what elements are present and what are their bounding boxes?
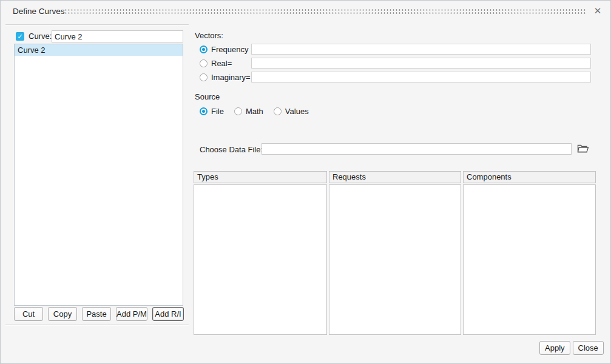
source-options: File Math Values <box>200 107 309 116</box>
close-icon[interactable]: ✕ <box>592 5 603 16</box>
math-radio[interactable] <box>234 107 242 115</box>
curve-list[interactable]: Curve 2 <box>14 44 183 306</box>
math-radio-label[interactable]: Math <box>246 107 263 116</box>
imaginary-radio-label[interactable]: Imaginary= <box>211 73 251 82</box>
close-button[interactable]: Close <box>573 341 604 355</box>
real-radio-label[interactable]: Real= <box>211 59 232 68</box>
drag-handle-dots-icon[interactable] <box>64 8 586 15</box>
file-radio[interactable] <box>200 107 208 115</box>
vector-row-imaginary: Imaginary= <box>200 73 251 82</box>
vector-row-frequency: Frequency <box>200 45 248 54</box>
check-icon: ✓ <box>17 33 22 40</box>
frequency-radio-label[interactable]: Frequency <box>211 45 248 54</box>
vector-row-real: Real= <box>200 59 232 68</box>
choose-data-file-label: Choose Data File: <box>200 145 263 154</box>
add-ri-button[interactable]: Add R/I <box>152 307 184 321</box>
imaginary-radio[interactable] <box>200 73 208 81</box>
curve-name-input[interactable] <box>52 30 183 42</box>
define-curves-dialog: Define Curves ✕ ✓ Curve: Curve 2 Cut Cop… <box>0 0 611 364</box>
left-panel-bottom-divider <box>5 325 189 326</box>
titlebar: Define Curves ✕ <box>1 1 610 22</box>
vectors-label: Vectors: <box>195 31 223 40</box>
curve-checkbox[interactable]: ✓ <box>16 32 24 41</box>
curve-name-row: ✓ Curve: <box>16 32 52 41</box>
values-radio-label[interactable]: Values <box>285 107 309 116</box>
values-radio[interactable] <box>274 107 282 115</box>
dialog-title: Define Curves <box>13 7 65 16</box>
requests-list[interactable] <box>329 184 461 335</box>
left-panel-top-divider <box>5 24 189 25</box>
components-list[interactable] <box>463 184 596 335</box>
copy-button[interactable]: Copy <box>48 307 77 321</box>
add-pm-button[interactable]: Add P/M <box>116 307 147 321</box>
file-radio-label[interactable]: File <box>211 107 224 116</box>
imaginary-vector-input[interactable] <box>251 72 591 83</box>
curve-list-item[interactable]: Curve 2 <box>15 44 183 56</box>
paste-button[interactable]: Paste <box>82 307 111 321</box>
frequency-vector-input[interactable] <box>251 44 591 55</box>
data-file-input[interactable] <box>262 143 572 155</box>
components-list-header: Components <box>463 171 596 183</box>
open-folder-icon[interactable] <box>576 143 589 155</box>
source-label: Source <box>195 92 220 101</box>
types-list-header: Types <box>194 171 327 183</box>
real-radio[interactable] <box>200 59 208 67</box>
footer-actions: Apply Close <box>539 341 604 355</box>
curve-actions: Cut Copy Paste Add P/M Add R/I <box>14 307 184 321</box>
frequency-radio[interactable] <box>200 46 208 53</box>
types-list[interactable] <box>194 184 327 335</box>
real-vector-input[interactable] <box>251 58 591 69</box>
requests-list-header: Requests <box>329 171 461 183</box>
cut-button[interactable]: Cut <box>14 307 43 321</box>
curve-label: Curve: <box>29 32 52 41</box>
apply-button[interactable]: Apply <box>539 341 570 355</box>
